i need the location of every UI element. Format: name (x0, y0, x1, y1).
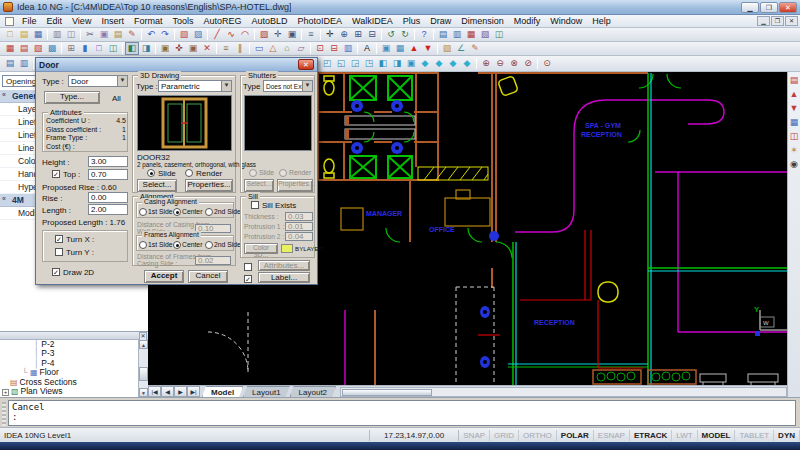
maximize-button[interactable]: ❐ (760, 2, 778, 13)
menu-plus[interactable]: Plus (398, 15, 426, 27)
tab-model[interactable]: Model (202, 386, 243, 397)
casing-center-radio[interactable] (173, 208, 181, 216)
attributes-checkbox[interactable] (244, 263, 252, 271)
menu-autoreg[interactable]: AutoREG (198, 15, 246, 27)
expand-icon[interactable]: + (2, 389, 9, 396)
door-tool-icon[interactable]: ◧ (125, 42, 139, 55)
dimension-tool-icon[interactable]: ∠ (454, 42, 468, 55)
zoom-previous-icon[interactable]: ⊟ (365, 28, 379, 41)
shutters-type-combo[interactable]: Does not Exist▼ (263, 80, 313, 92)
wall-join-icon[interactable]: ◫ (106, 42, 120, 55)
menu-dimension[interactable]: Dimension (456, 15, 509, 27)
title-bar[interactable]: Idea 10 NG - [C:\4M\IDEA\Top 10 reasons\… (0, 0, 800, 15)
menu-format[interactable]: Format (129, 15, 168, 27)
frames-2nd-radio[interactable] (205, 241, 213, 249)
toggle-tablet[interactable]: TABLET (735, 430, 774, 441)
layer-previous-icon[interactable]: ▥ (17, 57, 31, 70)
top-field[interactable]: 0.70 (88, 169, 128, 180)
mdi-restore-button[interactable]: ❐ (771, 16, 784, 26)
rotate-view-1-icon[interactable]: ◆ (418, 57, 432, 70)
move-opening-icon[interactable]: ✜ (172, 42, 186, 55)
height-field[interactable]: 3.00 (88, 156, 128, 167)
text-style-icon[interactable]: A (360, 42, 374, 55)
redo-icon[interactable]: ↷ (158, 28, 172, 41)
color-control-icon[interactable]: ▦ (464, 28, 478, 41)
insert-block-icon[interactable]: ▧ (177, 28, 191, 41)
redraw-icon[interactable]: ↺ (384, 28, 398, 41)
grid-axes-icon[interactable]: ⊞ (64, 42, 78, 55)
draw-2d-checkbox[interactable]: ✓ (52, 268, 60, 276)
scroll-down-icon[interactable]: ▼ (139, 388, 148, 397)
drawing-organization-icon[interactable]: ▥ (341, 42, 355, 55)
menu-modify[interactable]: Modify (509, 15, 546, 27)
tree-item-p-4[interactable]: │ P-4 (0, 359, 148, 368)
view-front-icon[interactable]: ◧ (376, 57, 390, 70)
inner-wall-icon[interactable]: ▤ (17, 42, 31, 55)
zoom-realtime-icon[interactable]: ⊕ (337, 28, 351, 41)
menu-insert[interactable]: Insert (96, 15, 129, 27)
attributes-tool-icon[interactable]: ▣ (379, 42, 393, 55)
menu-tools[interactable]: Tools (167, 15, 198, 27)
slab-icon[interactable]: ▭ (252, 42, 266, 55)
type-button[interactable]: Type... (44, 91, 100, 104)
command-prompt-line[interactable]: : (12, 412, 792, 422)
wall-elevation-icon[interactable]: ▩ (45, 42, 59, 55)
rotate-view-2-icon[interactable]: ◆ (432, 57, 446, 70)
properties-button[interactable]: Properties... (185, 179, 233, 192)
select-button[interactable]: Select... (137, 179, 177, 192)
door-type-combo[interactable]: Door▼ (68, 75, 128, 87)
render-radio[interactable] (185, 169, 193, 177)
draw-line-icon[interactable]: ╱ (210, 28, 224, 41)
horizontal-scrollbar[interactable] (340, 387, 787, 397)
dialog-close-button[interactable]: ✕ (298, 59, 314, 70)
tab-nav-1[interactable]: ◀ (161, 386, 174, 397)
level-down-icon[interactable]: ▼ (787, 102, 800, 115)
toggle-esnap[interactable]: ESNAP (594, 430, 630, 441)
camera-tool-icon[interactable]: ◉ (787, 158, 800, 171)
minimize-button[interactable]: ▁ (741, 2, 759, 13)
zoom-extents-icon[interactable]: ⊘ (521, 57, 535, 70)
draw-polyline-icon[interactable]: ∿ (224, 28, 238, 41)
rotate-view-3-icon[interactable]: ◆ (446, 57, 460, 70)
menu-edit[interactable]: Edit (42, 15, 68, 27)
close-button[interactable]: ✕ (779, 2, 797, 13)
make-layer-icon[interactable]: ▤ (3, 57, 17, 70)
menu-walkidea[interactable]: WalkIDEA (347, 15, 398, 27)
match-properties-icon[interactable]: ≡ (304, 28, 318, 41)
toggle-snap[interactable]: SNAP (459, 430, 490, 441)
linetype-manager-icon[interactable]: ▧ (478, 28, 492, 41)
slide-radio[interactable] (147, 169, 155, 177)
raise-level-icon[interactable]: ▲ (407, 42, 421, 55)
cancel-button[interactable]: Cancel (188, 270, 228, 283)
window-tool-icon[interactable]: ◨ (139, 42, 153, 55)
tab-nav-2[interactable]: ▶ (174, 386, 187, 397)
toggle-grid[interactable]: GRID (490, 430, 519, 441)
tree-item-p-2[interactable]: │ P-2 (0, 340, 148, 349)
furniture-icon[interactable]: ▱ (294, 42, 308, 55)
view-iso-sw-icon[interactable]: ◰ (320, 57, 334, 70)
draw-arc-icon[interactable]: ◠ (238, 28, 252, 41)
menu-autobld[interactable]: AutoBLD (246, 15, 292, 27)
accept-button[interactable]: Accept (144, 270, 184, 283)
menu-draw[interactable]: Draw (425, 15, 456, 27)
view-iso-ne-icon[interactable]: ◲ (348, 57, 362, 70)
menu-photoidea[interactable]: PhotoIDEA (293, 15, 348, 27)
copy-opening-icon[interactable]: ▣ (186, 42, 200, 55)
mdi-document-icon[interactable] (5, 17, 14, 26)
menu-view[interactable]: View (67, 15, 96, 27)
label-checkbox[interactable]: ✓ (244, 275, 252, 283)
move-cmd-icon[interactable]: ✛ (271, 28, 285, 41)
toggle-dyn[interactable]: DYN (774, 430, 800, 441)
turn-x-checkbox[interactable]: ✓ (55, 235, 63, 243)
tree-scrollbar[interactable]: ▲ ▼ (138, 340, 148, 397)
stairs-icon[interactable]: ≡ (219, 42, 233, 55)
mdi-minimize-button[interactable]: ▁ (757, 16, 770, 26)
undo-icon[interactable]: ↶ (144, 28, 158, 41)
help-icon[interactable]: ? (417, 28, 431, 41)
copy-icon[interactable]: ▣ (97, 28, 111, 41)
copy-level-icon[interactable]: ⊡ (313, 42, 327, 55)
levels-manager-icon[interactable]: ▤ (787, 74, 800, 87)
frames-center-radio[interactable] (173, 241, 181, 249)
delete-opening-icon[interactable]: ✕ (200, 42, 214, 55)
railing-icon[interactable]: ∥ (233, 42, 247, 55)
